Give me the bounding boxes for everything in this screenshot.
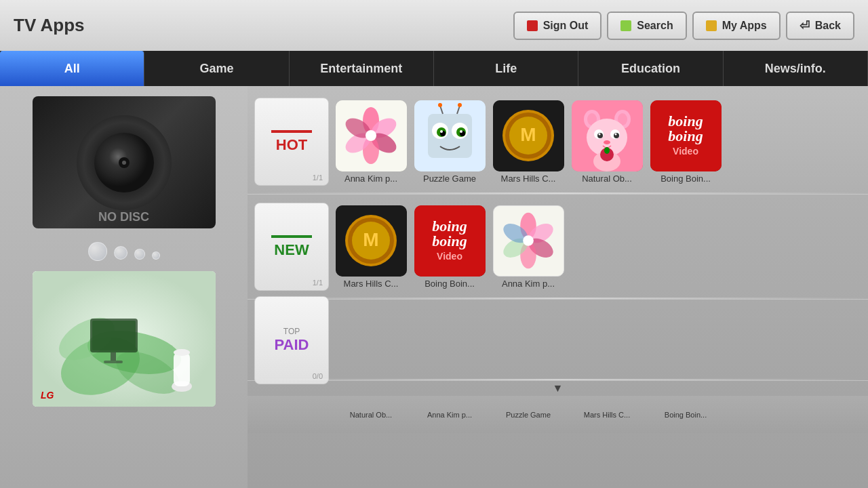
nav-tabs: All Game Entertainment Life Education Ne… (0, 51, 868, 86)
app-anna-kim-2[interactable]: Anna Kim p... (492, 205, 565, 289)
app-natural-1[interactable]: Natural Ob... (570, 100, 644, 184)
svg-rect-11 (104, 361, 123, 363)
new-counter: 1/1 (313, 279, 323, 287)
bottom-anna[interactable]: Anna Kim p... (413, 411, 486, 419)
boing-2-name: Boing Boin... (413, 279, 486, 289)
new-card[interactable]: NEW 1/1 (254, 203, 329, 291)
svg-text:boing: boing (432, 232, 467, 249)
tab-all[interactable]: All (0, 51, 144, 86)
bubble-2 (114, 246, 127, 260)
yellow-indicator (706, 20, 717, 31)
hot-card[interactable]: HOT 1/1 (254, 98, 329, 186)
disc-display: NO DISC (33, 96, 216, 228)
bottom-app-icons: Natural Ob... Anna Kim p... Puzzle Game … (334, 411, 722, 419)
mars-icon-2: M (336, 205, 407, 277)
my-apps-label: My Apps (722, 20, 767, 32)
puzzle-1-name: Puzzle Game (413, 174, 486, 184)
anna-kim-2-name: Anna Kim p... (492, 279, 565, 289)
bottom-natural-name: Natural Ob... (350, 411, 392, 419)
boing-icon: boing boing Video (650, 100, 722, 171)
bubble-row (88, 242, 160, 261)
mars-1-name: Mars Hills C... (492, 174, 565, 184)
back-button[interactable]: ⏎ Back (786, 12, 854, 40)
disc-label: NO DISC (33, 206, 216, 228)
app-anna-kim-1[interactable]: Anna Kim p... (334, 100, 408, 184)
header: TV Apps Sign Out Search My Apps ⏎ Back (0, 0, 868, 51)
back-icon: ⏎ (800, 18, 810, 33)
svg-point-33 (460, 130, 462, 133)
mars-icon: M (493, 100, 564, 171)
bubble-1 (88, 242, 107, 261)
app-title: TV Apps (14, 15, 84, 36)
puzzle-icon (414, 100, 486, 171)
shelves-area: HOT 1/1 (248, 86, 868, 488)
svg-text:Video: Video (673, 146, 698, 157)
green-indicator (620, 20, 631, 31)
tab-life[interactable]: Life (434, 51, 578, 86)
top-label: TOP (283, 327, 300, 336)
search-button[interactable]: Search (607, 12, 686, 40)
bottom-row: Natural Ob... Anna Kim p... Puzzle Game … (248, 396, 868, 433)
scroll-arrow-icon: ▼ (553, 382, 564, 394)
natural-icon (572, 100, 643, 171)
anna-kim-1-name: Anna Kim p... (334, 174, 408, 184)
tab-entertainment[interactable]: Entertainment (290, 51, 434, 86)
boing-icon-2: boing boing Video (414, 205, 486, 277)
left-panel: NO DISC (0, 86, 248, 488)
app-puzzle-1[interactable]: Puzzle Game (413, 100, 486, 184)
back-label: Back (815, 20, 841, 32)
sign-out-button[interactable]: Sign Out (513, 12, 602, 40)
bottom-anna-name: Anna Kim p... (427, 411, 472, 419)
bubble-3 (134, 249, 145, 260)
bottom-puzzle[interactable]: Puzzle Game (492, 411, 565, 419)
svg-text:M: M (520, 124, 536, 145)
disc-circle (77, 115, 172, 210)
header-buttons: Sign Out Search My Apps ⏎ Back (513, 12, 854, 40)
svg-point-58 (604, 147, 610, 154)
scroll-indicator: ▼ (248, 381, 868, 396)
hot-counter: 1/1 (313, 174, 323, 182)
tv-art: LG (33, 271, 216, 407)
sign-out-label: Sign Out (543, 20, 589, 32)
new-shelf: NEW 1/1 M Mars Hills C... (248, 195, 868, 300)
top-paid-card[interactable]: TOP PAID 0/0 (254, 296, 329, 384)
top-paid-shelf: TOP PAID 0/0 (248, 300, 868, 381)
svg-rect-10 (111, 352, 116, 361)
hot-bar-indicator (271, 130, 312, 133)
svg-point-2 (122, 161, 126, 165)
svg-point-23 (366, 130, 376, 141)
hot-app-icons: Anna Kim p... (334, 100, 722, 184)
new-app-icons: M Mars Hills C... boing boing Video (334, 205, 565, 289)
tab-game[interactable]: Game (144, 51, 289, 86)
svg-point-14 (174, 349, 190, 356)
svg-text:boing: boing (668, 127, 703, 144)
app-boing-2[interactable]: boing boing Video Boing Boin... (413, 205, 486, 289)
my-apps-button[interactable]: My Apps (692, 12, 781, 40)
bottom-natural[interactable]: Natural Ob... (334, 411, 408, 419)
svg-point-35 (438, 103, 442, 107)
tab-education[interactable]: Education (578, 51, 723, 86)
bottom-mars[interactable]: Mars Hills C... (570, 411, 644, 419)
svg-text:LG: LG (41, 390, 54, 401)
mars-2-name: Mars Hills C... (334, 279, 408, 289)
svg-point-32 (440, 130, 443, 133)
app-mars-1[interactable]: M Mars Hills C... (492, 100, 565, 184)
tv-display: LG (33, 271, 216, 407)
svg-point-53 (598, 133, 600, 135)
svg-text:Video: Video (437, 251, 462, 262)
svg-point-54 (614, 133, 616, 135)
tv-screen: LG (33, 271, 216, 407)
paid-label: PAID (275, 336, 309, 354)
app-mars-2[interactable]: M Mars Hills C... (334, 205, 408, 289)
tab-newsinfo[interactable]: News/info. (724, 51, 868, 86)
red-indicator (527, 20, 538, 31)
boing-1-name: Boing Boin... (649, 174, 722, 184)
new-bar-indicator (271, 235, 312, 238)
bottom-boing[interactable]: Boing Boin... (649, 411, 722, 419)
app-boing-1[interactable]: boing boing Video Boing Boin... (649, 100, 722, 184)
new-label: NEW (274, 241, 309, 259)
anna-kim-icon-2 (493, 205, 564, 277)
paid-counter: 0/0 (313, 372, 323, 380)
hot-label: HOT (276, 136, 307, 154)
svg-rect-13 (174, 352, 190, 386)
